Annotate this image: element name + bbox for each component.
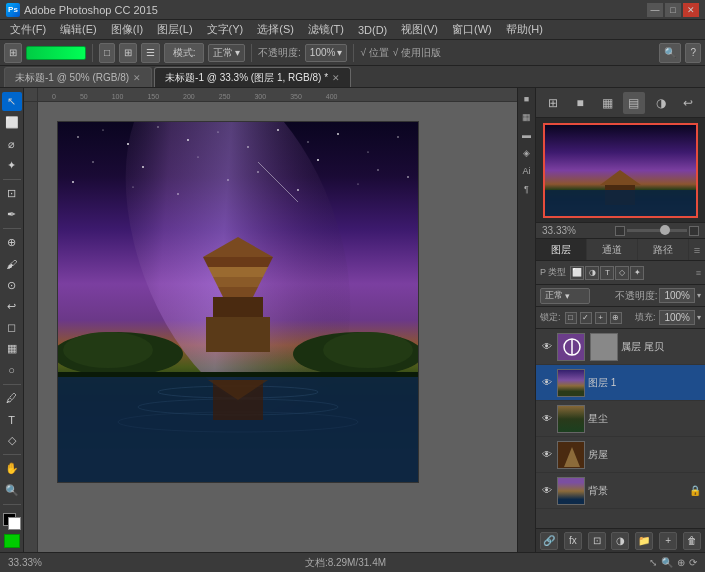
fill-input[interactable]: 100%: [659, 310, 695, 325]
menu-3d[interactable]: 3D(D): [352, 22, 393, 38]
style-icon[interactable]: ◈: [520, 146, 534, 160]
menu-view[interactable]: 视图(V): [395, 20, 444, 39]
adjust-filter-icon[interactable]: ◑: [585, 266, 599, 280]
clone-tool[interactable]: ⊙: [2, 276, 22, 295]
opacity-dropdown[interactable]: 100% ▾: [305, 44, 348, 62]
delete-layer-btn[interactable]: 🗑: [683, 532, 701, 550]
zoom-decrease-icon[interactable]: [615, 226, 625, 236]
layer-item-smart-2[interactable]: 👁 房屋: [536, 437, 705, 473]
lasso-tool[interactable]: ⌀: [2, 134, 22, 153]
zoom-slider[interactable]: [627, 229, 687, 232]
zoom-slider-thumb[interactable]: [660, 225, 670, 235]
mode-dropdown[interactable]: 正常 ▾: [208, 44, 245, 62]
quick-mask-btn[interactable]: [4, 534, 20, 548]
tab-1[interactable]: 未标题-1 @ 50% (RGB/8) ✕: [4, 67, 152, 87]
blend-mode-dropdown[interactable]: 正常 ▾: [540, 288, 590, 304]
help-btn[interactable]: ?: [685, 43, 701, 63]
eyedropper-tool[interactable]: ✒: [2, 205, 22, 224]
maximize-button[interactable]: □: [665, 3, 681, 17]
new-layer-btn[interactable]: +: [659, 532, 677, 550]
hand-tool[interactable]: ✋: [2, 459, 22, 478]
status-icon-1[interactable]: ⤡: [649, 557, 657, 568]
adjustment-icon[interactable]: ◑: [650, 92, 672, 114]
layer-eye-smart-2[interactable]: 👁: [540, 448, 554, 462]
eraser-tool[interactable]: ◻: [2, 318, 22, 337]
text-tool[interactable]: T: [2, 410, 22, 429]
new-group-btn[interactable]: 📁: [635, 532, 653, 550]
select-tool[interactable]: ⬜: [2, 113, 22, 132]
options-mode-btn[interactable]: 模式:: [164, 43, 204, 63]
tab-channels[interactable]: 通道: [587, 239, 638, 260]
heal-tool[interactable]: ⊕: [2, 233, 22, 252]
dodge-tool[interactable]: ○: [2, 361, 22, 380]
status-icon-2[interactable]: 🔍: [661, 557, 673, 568]
history-panel-icon[interactable]: ↩: [677, 92, 699, 114]
status-icon-3[interactable]: ⊕: [677, 557, 685, 568]
menu-select[interactable]: 选择(S): [251, 20, 300, 39]
tab-layers[interactable]: 图层: [536, 239, 587, 260]
options-btn-1[interactable]: □: [99, 43, 115, 63]
layer-item-background[interactable]: 👁 背景 🔒: [536, 473, 705, 509]
opacity-input[interactable]: 100%: [659, 288, 695, 303]
tab-2-close-icon[interactable]: ✕: [332, 73, 340, 83]
shape-filter-icon[interactable]: ◇: [615, 266, 629, 280]
navigator-icon[interactable]: ⊞: [542, 92, 564, 114]
brush-tool[interactable]: 🖌: [2, 254, 22, 273]
layer-eye-1[interactable]: 👁: [540, 376, 554, 390]
status-icon-4[interactable]: ⟳: [689, 557, 697, 568]
zoom-tool[interactable]: 🔍: [2, 481, 22, 500]
add-mask-btn[interactable]: ⊡: [588, 532, 606, 550]
magic-wand-tool[interactable]: ✦: [2, 156, 22, 175]
close-button[interactable]: ✕: [683, 3, 699, 17]
canvas-area[interactable]: 0 50 100 150 200 250 300 350 400: [24, 88, 517, 552]
layer-eye-smart-1[interactable]: 👁: [540, 412, 554, 426]
pen-tool[interactable]: 🖊: [2, 389, 22, 408]
menu-filter[interactable]: 滤镜(T): [302, 20, 350, 39]
history-tool[interactable]: ↩: [2, 297, 22, 316]
canvas-image[interactable]: [58, 122, 418, 482]
gradient-tool[interactable]: ▦: [2, 339, 22, 358]
lock-position-icon[interactable]: ✓: [580, 312, 592, 324]
menu-text[interactable]: 文字(Y): [201, 20, 250, 39]
layer-eye-background[interactable]: 👁: [540, 484, 554, 498]
menu-image[interactable]: 图像(I): [105, 20, 149, 39]
color-panel-icon[interactable]: ■: [569, 92, 591, 114]
tab-1-close-icon[interactable]: ✕: [133, 73, 141, 83]
menu-layer[interactable]: 图层(L): [151, 20, 198, 39]
layer-item-1[interactable]: 👁 图层 1: [536, 365, 705, 401]
tab-2[interactable]: 未标题-1 @ 33.3% (图层 1, RGB/8) * ✕: [154, 67, 351, 87]
pixel-filter-icon[interactable]: ⬜: [570, 266, 584, 280]
color-icon[interactable]: ■: [520, 92, 534, 106]
search-btn[interactable]: 🔍: [659, 43, 681, 63]
crop-tool[interactable]: ⊡: [2, 184, 22, 203]
background-color[interactable]: [8, 517, 21, 530]
options-btn-3[interactable]: ☰: [141, 43, 160, 63]
lock-artboard-icon[interactable]: +: [595, 312, 607, 324]
new-adjustment-btn[interactable]: ◑: [611, 532, 629, 550]
link-layers-btn[interactable]: 🔗: [540, 532, 558, 550]
menu-edit[interactable]: 编辑(E): [54, 20, 103, 39]
options-btn-2[interactable]: ⊞: [119, 43, 137, 63]
menu-file[interactable]: 文件(F): [4, 20, 52, 39]
smart-filter-icon[interactable]: ✦: [630, 266, 644, 280]
menu-help[interactable]: 帮助(H): [500, 20, 549, 39]
add-style-btn[interactable]: fx: [564, 532, 582, 550]
layer-item-smart-1[interactable]: 👁 星尘: [536, 401, 705, 437]
move-tool[interactable]: ↖: [2, 92, 22, 111]
panel-menu-icon[interactable]: ≡: [689, 239, 705, 260]
gradient-panel-icon[interactable]: ▬: [520, 128, 534, 142]
swatches-icon[interactable]: ▦: [520, 110, 534, 124]
zoom-increase-icon[interactable]: [689, 226, 699, 236]
lock-pixel-icon[interactable]: □: [565, 312, 577, 324]
ai-icon[interactable]: Ai: [520, 164, 534, 178]
layer-item-adjustment[interactable]: 👁 属层 尾贝: [536, 329, 705, 365]
menu-window[interactable]: 窗口(W): [446, 20, 498, 39]
text-filter-icon[interactable]: T: [600, 266, 614, 280]
layers-panel-icon[interactable]: ▤: [623, 92, 645, 114]
tool-icon-btn[interactable]: ⊞: [4, 43, 22, 63]
tab-paths[interactable]: 路径: [638, 239, 689, 260]
lock-all-icon[interactable]: ⊕: [610, 312, 622, 324]
swatches-panel-icon[interactable]: ▦: [596, 92, 618, 114]
layer-menu-icon[interactable]: ≡: [696, 268, 701, 278]
layer-eye-adjustment[interactable]: 👁: [540, 340, 554, 354]
